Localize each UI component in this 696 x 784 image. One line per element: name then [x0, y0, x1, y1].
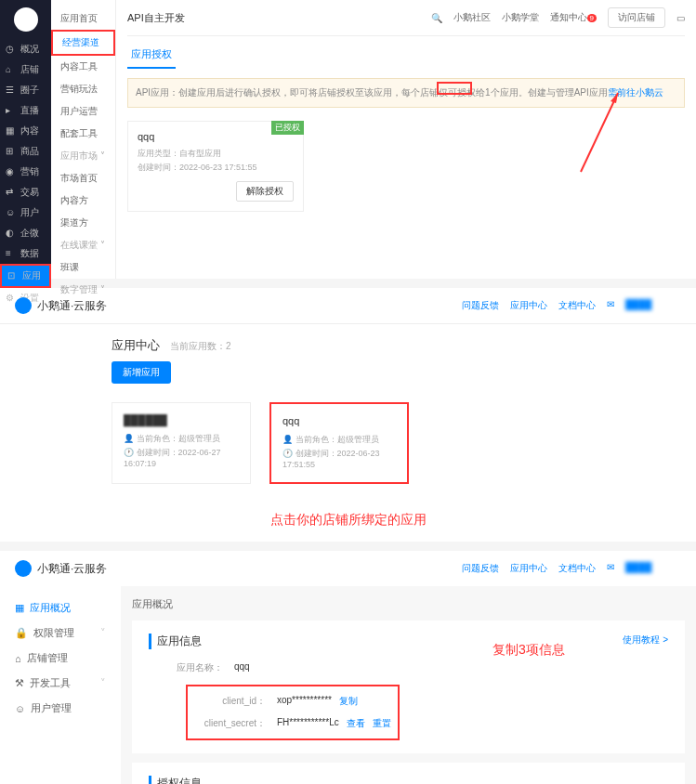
sidebar-item-goods[interactable]: ⊞商品 [0, 141, 51, 162]
sub-channel-side[interactable]: 渠道方 [51, 212, 115, 234]
app-main: 应用概况 应用信息 使用教程 > 应用名称：qqq client_id：xop*… [121, 586, 696, 784]
search-icon[interactable]: 🔍 [431, 13, 442, 23]
sidebar-item-data[interactable]: ≡数据 [0, 243, 51, 264]
section-app-info: 应用信息 使用教程 > 应用名称：qqq client_id：xop******… [132, 621, 685, 753]
app-count: 当前应用数：2 [170, 341, 231, 351]
revoke-button[interactable]: 解除授权 [236, 181, 294, 202]
mail-icon[interactable]: ✉ [607, 299, 614, 312]
section-auth-info: 授权信息 授权店铺： 授权店铺名称 授权状态 授权店铺ID 操作 130****… [132, 763, 685, 784]
sub-app-home[interactable]: 应用首页 [51, 7, 115, 30]
sidebar-item-live[interactable]: ▸直播 [0, 100, 51, 121]
link-docs[interactable]: 文档中心 [558, 562, 596, 575]
sub-class[interactable]: 班课 [51, 256, 115, 279]
logo-icon [14, 7, 38, 32]
side-permission[interactable]: 🔒权限管理˅ [0, 621, 121, 646]
sidebar-item-trade[interactable]: ⇄交易 [0, 182, 51, 203]
header-link-notify[interactable]: 通知中心9 [550, 11, 597, 24]
cloud-brand: 小鹅通·云服务 [37, 561, 107, 577]
card-time: 创建时间：2022-06-23 17:51:55 [138, 162, 294, 174]
side-user[interactable]: ☺用户管理 [0, 696, 121, 721]
app-center-title: 应用中心 [112, 337, 160, 354]
sub-group-market: 应用市场 ˅ [51, 145, 115, 167]
sub-user-op[interactable]: 用户运营 [51, 100, 115, 123]
notice-link[interactable]: 需前往小鹅云 [608, 87, 663, 98]
side-dev[interactable]: ⚒开发工具˅ [0, 671, 121, 696]
highlight-box [437, 82, 472, 95]
header-link-school[interactable]: 小鹅学堂 [502, 11, 539, 24]
side-shop[interactable]: ⌂店铺管理 [0, 646, 121, 671]
cloud-brand: 小鹅通·云服务 [37, 298, 107, 314]
link-docs[interactable]: 文档中心 [558, 299, 596, 312]
tab-auth[interactable]: 应用授权 [127, 42, 176, 69]
sub-market-home[interactable]: 市场首页 [51, 167, 115, 189]
credentials-highlight: client_id：xop***********复制 client_secret… [186, 685, 400, 740]
sidebar-item-content[interactable]: ▦内容 [0, 121, 51, 141]
sub-group-class: 在线课堂 ˅ [51, 234, 115, 256]
app-card-title: qqq [282, 415, 396, 426]
app-card-1[interactable]: ██████ 👤 当前角色：超级管理员 🕐 创建时间：2022-06-27 16… [112, 402, 251, 484]
section-title: 应用信息 [149, 634, 202, 649]
sidebar-item-shop[interactable]: ⌂店铺 [0, 59, 51, 80]
sidebar-item-overview[interactable]: ◷概况 [0, 39, 51, 59]
tutorial-link[interactable]: 使用教程 > [623, 634, 668, 647]
app-sidebar: ▦应用概况 🔒权限管理˅ ⌂店铺管理 ⚒开发工具˅ ☺用户管理 [0, 586, 121, 784]
sub-sidebar: 应用首页 经营渠道 内容工具 营销玩法 用户运营 配套工具 应用市场 ˅ 市场首… [51, 0, 116, 279]
status-badge: 已授权 [271, 121, 304, 135]
page-header: API自主开发 🔍 小鹅社区 小鹅学堂 通知中心9 访问店铺 ▭ [127, 0, 685, 36]
reset-cs-button[interactable]: 重置 [373, 717, 391, 730]
mail-icon[interactable]: ✉ [607, 562, 614, 575]
sub-content-side[interactable]: 内容方 [51, 189, 115, 212]
link-app-center[interactable]: 应用中心 [510, 562, 547, 575]
header-link-community[interactable]: 小鹅社区 [453, 11, 491, 24]
link-app-center[interactable]: 应用中心 [510, 299, 547, 312]
breadcrumb: 应用概况 [132, 597, 685, 611]
annotation-text: 点击你的店铺所绑定的应用 [112, 512, 584, 529]
card-type: 应用类型：自有型应用 [138, 148, 294, 160]
side-overview[interactable]: ▦应用概况 [0, 595, 121, 621]
visit-shop-button[interactable]: 访问店铺 [608, 7, 665, 28]
sub-content-tool[interactable]: 内容工具 [51, 56, 115, 78]
sub-marketing[interactable]: 营销玩法 [51, 78, 115, 100]
sidebar-item-circle[interactable]: ☰圈子 [0, 80, 51, 100]
app-card[interactable]: 已授权 qqq 应用类型：自有型应用 创建时间：2022-06-23 17:51… [127, 121, 304, 212]
main-sidebar: ◷概况 ⌂店铺 ☰圈子 ▸直播 ▦内容 ⊞商品 ◉营销 ⇄交易 ☺用户 ◐企微 … [0, 0, 51, 279]
avatar[interactable]: ████ [625, 562, 681, 575]
app-card-2[interactable]: qqq 👤 当前角色：超级管理员 🕐 创建时间：2022-06-23 17:51… [269, 402, 409, 484]
sidebar-item-marketing[interactable]: ◉营销 [0, 162, 51, 182]
sub-support[interactable]: 配套工具 [51, 123, 115, 145]
sidebar-item-app[interactable]: ⊡应用 [0, 264, 51, 288]
card-title: qqq [138, 131, 294, 142]
link-feedback[interactable]: 问题反馈 [462, 562, 499, 575]
copy-cid-button[interactable]: 复制 [339, 695, 358, 708]
sub-channel[interactable]: 经营渠道 [51, 30, 115, 56]
cloud-logo-icon [15, 560, 32, 577]
sidebar-item-user[interactable]: ☺用户 [0, 203, 51, 223]
sidebar-item-wecom[interactable]: ◐企微 [0, 223, 51, 243]
avatar[interactable]: ▭ [676, 13, 685, 23]
annotation-copy: 复制3项信息 [492, 642, 565, 659]
main-content: API自主开发 🔍 小鹅社区 小鹅学堂 通知中心9 访问店铺 ▭ 应用授权 AP… [116, 0, 696, 279]
cloud-logo-icon [15, 297, 32, 314]
add-app-button[interactable]: 新增应用 [112, 361, 171, 384]
link-feedback[interactable]: 问题反馈 [462, 299, 499, 312]
page-title: API自主开发 [127, 11, 185, 25]
view-cs-button[interactable]: 查看 [347, 717, 365, 730]
avatar[interactable]: ████ [625, 299, 681, 312]
cloud-header-2: 小鹅通·云服务 问题反馈 应用中心 文档中心 ✉ ████ [0, 551, 696, 586]
notice-banner: API应用：创建应用后进行确认授权，即可将店铺授权至该应用，每个店铺仅可授权给1… [127, 78, 685, 108]
section-title: 授权信息 [149, 776, 202, 784]
app-card-title: ██████ [124, 414, 239, 425]
